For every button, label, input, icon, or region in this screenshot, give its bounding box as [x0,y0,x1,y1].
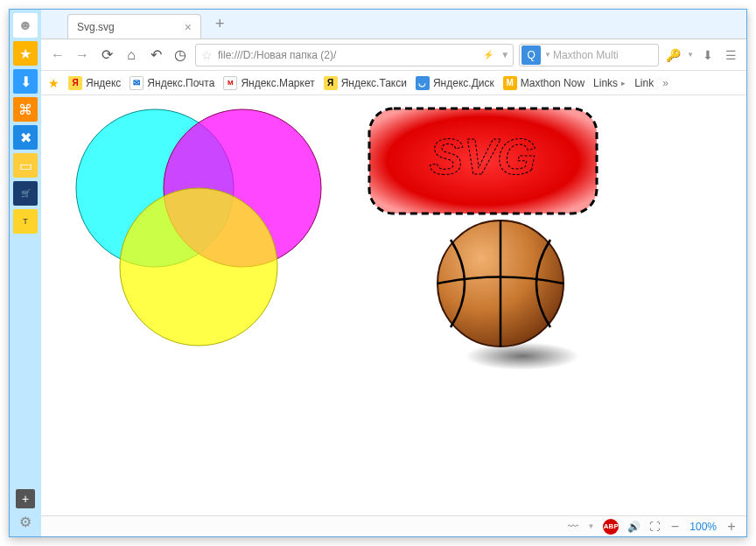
back-button[interactable]: ← [48,46,67,65]
page-content: SVG [41,95,746,515]
undo-button[interactable]: ↶ [146,46,165,65]
bookmark-yandex-mail[interactable]: ✉Яндекс.Почта [130,76,214,90]
rss-icon[interactable]: ⌘ [13,97,38,122]
settings-icon[interactable]: ⚙ [16,512,35,531]
forward-button[interactable]: → [73,46,92,65]
menu-button[interactable]: ☰ [722,48,739,62]
venn-diagram [67,101,339,354]
downloads-icon[interactable]: ⬇ [13,69,38,94]
tab-title: Svg.svg [77,21,115,33]
search-box[interactable]: Q ▼ Maxthon Multi [519,44,659,66]
adblock-icon[interactable]: ABP [603,519,619,535]
tools-icon[interactable]: ✖ [13,125,38,150]
home-button[interactable]: ⌂ [122,46,141,65]
bookmark-label: Maxthon Now [521,77,584,89]
bookmark-label: Link [634,77,654,89]
status-dropdown-icon[interactable]: ▼ [587,522,594,530]
new-tab-button[interactable]: + [208,15,232,33]
bookmark-star-icon[interactable]: ☆ [196,48,218,62]
svg-point-2 [120,188,277,346]
mail-icon: ✉ [130,76,144,90]
key-dropdown-icon[interactable]: ▼ [687,51,694,59]
favorites-icon[interactable]: ★ [13,41,38,66]
taxi-favicon: Я [324,76,338,90]
bookmarks-star-icon[interactable]: ★ [48,76,60,90]
status-bar: 〰 ▼ ABP 🔊 ⛶ − 100% + [41,515,746,536]
activity-icon[interactable]: 〰 [568,521,578,533]
market-icon[interactable]: 🛒 [13,181,38,206]
bookmark-links-folder[interactable]: Links▸ [593,77,626,89]
tab-svg[interactable]: Svg.svg × [67,14,201,38]
navigation-toolbar: ← → ⟳ ⌂ ↶ ◷ ☆ file:///D:/Новая папка (2)… [41,39,746,71]
bookmark-label: Яндекс.Диск [433,77,494,89]
lightning-icon[interactable]: ⚡ [480,50,497,60]
market-favicon: M [223,76,237,90]
history-button[interactable]: ◷ [171,46,190,65]
bookmark-maxthon-now[interactable]: MMaxthon Now [503,76,584,90]
yandex-icon: Я [68,76,82,90]
disk-favicon: ◡ [416,76,430,90]
close-tab-icon[interactable]: × [185,20,192,34]
bookmark-yandex-taxi[interactable]: ЯЯндекс.Такси [324,76,407,90]
fullscreen-icon[interactable]: ⛶ [649,521,660,533]
tab-bar: Svg.svg × + [41,10,746,39]
bookmark-label: Links [593,77,618,89]
zoom-out-button[interactable]: − [668,519,681,535]
bookmark-yandex-disk[interactable]: ◡Яндекс.Диск [416,76,494,90]
reload-button[interactable]: ⟳ [97,46,116,65]
bookmark-label: Яндекс.Почта [147,77,214,89]
bookmarks-bar: ★ ЯЯндекс ✉Яндекс.Почта MЯндекс.Маркет Я… [41,71,746,95]
search-engine-dropdown-icon[interactable]: ▼ [542,51,553,59]
add-sidebar-button[interactable]: + [16,489,35,508]
taxi-icon[interactable]: Т [13,209,38,234]
svg-badge: SVG [365,104,601,218]
zoom-level: 100% [690,521,717,533]
bookmark-yandex-market[interactable]: MЯндекс.Маркет [223,76,314,90]
address-dropdown-icon[interactable]: ▼ [497,50,513,60]
volume-icon[interactable]: 🔊 [627,521,640,533]
search-engine-icon[interactable]: Q [522,46,541,65]
bookmarks-overflow-icon[interactable]: » [662,77,668,89]
bookmark-link[interactable]: Link [634,77,654,89]
bookmark-label: Яндекс.Такси [341,77,407,89]
key-icon[interactable]: 🔑 [664,48,682,62]
download-button[interactable]: ⬇ [699,48,717,62]
bookmark-yandex[interactable]: ЯЯндекс [68,76,121,90]
profile-icon[interactable]: ☻ [13,13,38,38]
address-text: file:///D:/Новая папка (2)/ [218,49,480,61]
search-placeholder: Maxthon Multi [553,49,658,61]
svg-point-4 [466,342,579,370]
address-bar[interactable]: ☆ file:///D:/Новая папка (2)/ ⚡ ▼ [195,44,514,66]
zoom-in-button[interactable]: + [725,519,738,535]
bookmark-label: Яндекс.Маркет [241,77,314,89]
badge-text: SVG [430,128,537,185]
app-sidebar: ☻ ★ ⬇ ⌘ ✖ ▭ 🛒 Т + ⚙ [10,10,41,536]
basketball-image [426,209,592,375]
bookmark-label: Яндекс [86,77,121,89]
maxthon-favicon: M [503,76,517,90]
notes-icon[interactable]: ▭ [13,153,38,178]
